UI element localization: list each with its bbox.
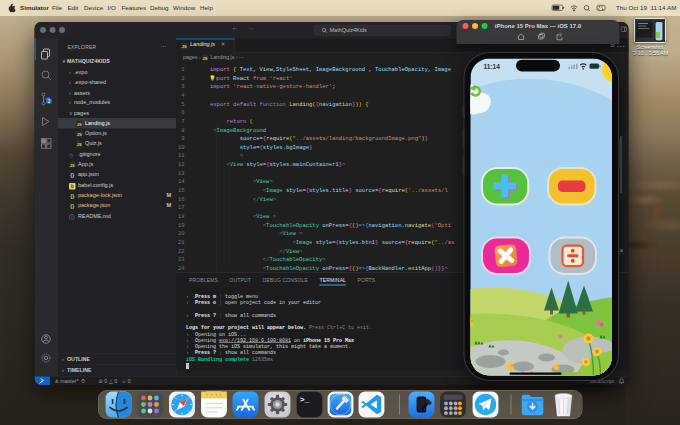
svg-text:>_: >_: [300, 395, 310, 404]
svg-text:11:14: 11:14: [484, 63, 501, 70]
